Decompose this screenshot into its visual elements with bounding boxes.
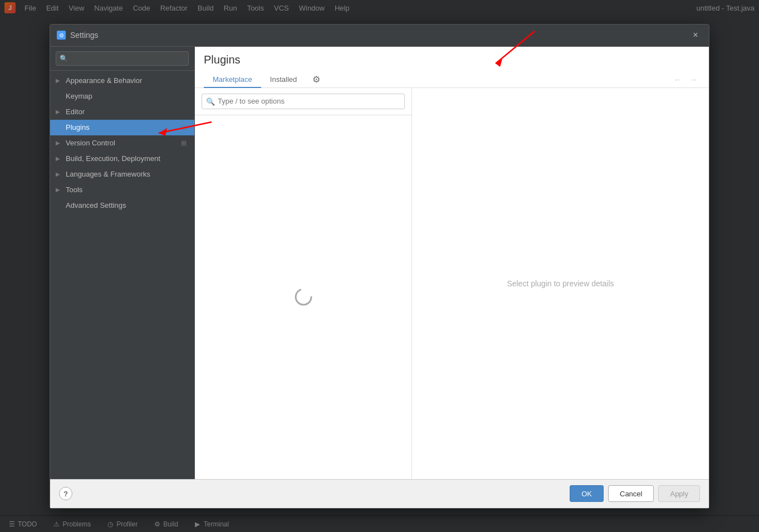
svg-point-0 [296,289,311,305]
dialog-title: Settings [70,31,99,40]
settings-tree: 🔍 ▶ Appearance & Behavior Keymap [50,47,195,479]
tree-item-label: Plugins [66,123,181,131]
plugin-detail: Select plugin to preview details [412,88,709,479]
external-icon: ⊞ [181,139,189,147]
tree-item-languages[interactable]: ▶ Languages & Frameworks [50,167,194,182]
tree-item-advanced[interactable]: Advanced Settings [50,198,194,213]
tree-item-label: Editor [66,108,189,116]
tree-item-label: Keymap [66,92,189,100]
plugins-title: Plugins [204,53,700,66]
plugins-header: Plugins Marketplace Installed ⚙ ← → [195,47,709,88]
settings-tree-list: ▶ Appearance & Behavior Keymap ▶ Editor [50,71,194,479]
chevron-icon: ▶ [56,171,63,177]
tree-item-build[interactable]: ▶ Build, Execution, Deployment [50,151,194,167]
tree-item-editor[interactable]: ▶ Editor [50,104,194,120]
tree-item-tools[interactable]: ▶ Tools [50,182,194,198]
tree-item-keymap[interactable]: Keymap [50,89,194,104]
loading-spinner [293,287,314,307]
chevron-icon: ▶ [56,109,63,115]
help-button[interactable]: ? [59,487,72,500]
settings-content: Plugins Marketplace Installed ⚙ ← → [195,47,709,479]
tree-item-label: Tools [66,186,189,194]
chevron-icon: ▶ [56,140,63,146]
chevron-icon: ▶ [56,155,63,162]
plugin-preview-text: Select plugin to preview details [507,279,614,288]
tree-item-label: Build, Execution, Deployment [66,154,189,163]
tree-search-area: 🔍 [50,47,194,71]
nav-buttons: ← → [671,73,700,86]
nav-back-button[interactable]: ← [671,73,684,86]
tab-installed[interactable]: Installed [261,72,306,88]
plugin-search-icon: 🔍 [206,97,215,105]
chevron-icon: ▶ [56,77,63,84]
ok-button[interactable]: OK [570,485,604,502]
loading-area [195,115,412,479]
tree-item-vcs[interactable]: ▶ Version Control ⊞ [50,135,194,151]
dialog-titlebar: ⚙ Settings × [50,25,709,47]
plugin-list: 🔍 [195,88,412,479]
tab-marketplace[interactable]: Marketplace [204,72,261,88]
plugin-search-area: 🔍 [195,88,412,115]
settings-dialog: ⚙ Settings × 🔍 ▶ Appearance & [50,24,709,509]
tree-item-appearance[interactable]: ▶ Appearance & Behavior [50,73,194,89]
chevron-icon: ▶ [56,187,63,193]
plugins-body: 🔍 Select plugin to pre [195,88,709,479]
nav-forward-button[interactable]: → [687,73,700,86]
gear-icon[interactable]: ⚙ [310,72,322,87]
tree-item-label: Advanced Settings [66,201,189,209]
tree-item-label: Appearance & Behavior [66,76,189,85]
close-button[interactable]: × [689,28,702,42]
tree-item-label: Version Control [66,139,181,147]
plugin-search-input[interactable] [202,94,405,109]
tree-item-label: Languages & Frameworks [66,170,189,178]
tree-search-input[interactable] [56,51,189,66]
settings-icon: ⚙ [57,31,66,40]
dialog-footer: ? OK Cancel Apply [50,479,709,508]
tree-search-icon: 🔍 [60,55,68,62]
tree-item-plugins[interactable]: Plugins ⊞ [50,120,194,135]
modal-overlay: ⚙ Settings × 🔍 ▶ Appearance & [0,0,759,532]
apply-button[interactable]: Apply [658,485,700,502]
cancel-button[interactable]: Cancel [608,485,654,502]
plugins-tabs: Marketplace Installed ⚙ ← → [204,72,700,87]
external-link-icon: ⊞ [181,124,189,131]
dialog-body: 🔍 ▶ Appearance & Behavior Keymap [50,47,709,479]
